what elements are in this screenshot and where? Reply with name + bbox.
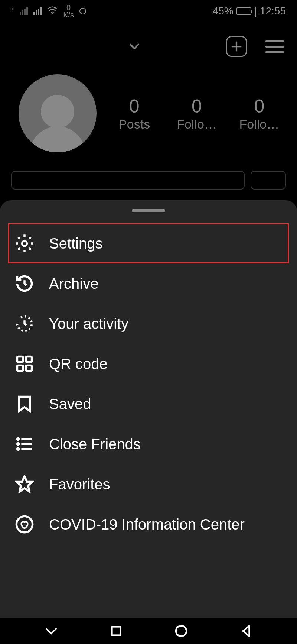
menu-item-archive[interactable]: Archive <box>8 263 289 304</box>
posts-count: 0 <box>111 96 157 117</box>
create-post-button[interactable] <box>226 36 247 57</box>
avatar-placeholder-icon <box>41 95 74 128</box>
svg-rect-2 <box>17 357 23 362</box>
star-icon <box>15 475 34 494</box>
svg-rect-3 <box>26 357 32 362</box>
no-signal-icon: × <box>11 6 14 12</box>
clock-time: 12:55 <box>260 5 286 17</box>
svg-rect-4 <box>17 365 23 371</box>
svg-point-1 <box>22 241 27 246</box>
menu-label: Saved <box>49 396 91 412</box>
posts-label: Posts <box>111 117 157 132</box>
qr-code-icon <box>15 354 34 373</box>
status-bar: × 0 K/s 45% | 12:55 <box>0 0 297 22</box>
edit-profile-button[interactable] <box>11 171 245 190</box>
menu-item-favorites[interactable]: Favorites <box>8 464 289 504</box>
menu-item-close-friends[interactable]: Close Friends <box>8 424 289 464</box>
sheet-drag-handle[interactable] <box>132 209 165 212</box>
followers-label: Follo… <box>174 117 219 132</box>
avatar-placeholder-body <box>30 126 85 152</box>
avatar[interactable] <box>19 74 97 152</box>
menu-label: COVID-19 Information Center <box>49 516 245 533</box>
svg-point-6 <box>16 516 32 532</box>
data-rate-unit: K/s <box>63 11 74 19</box>
edit-profile-row <box>0 164 297 190</box>
profile-header <box>0 30 297 63</box>
nav-recent-button[interactable] <box>109 624 124 638</box>
followers-count: 0 <box>174 96 219 117</box>
menu-label: Close Friends <box>49 436 141 453</box>
circle-indicator-icon <box>79 8 86 14</box>
heart-circle-icon <box>15 515 34 534</box>
menu-item-covid-info[interactable]: COVID-19 Information Center <box>8 504 289 544</box>
hamburger-menu-button[interactable] <box>265 40 284 53</box>
activity-icon <box>15 314 34 333</box>
battery-icon <box>236 7 251 15</box>
username-dropdown[interactable] <box>13 41 208 52</box>
chevron-down-icon <box>129 41 140 52</box>
svg-point-8 <box>176 626 186 636</box>
svg-rect-5 <box>26 365 32 371</box>
wifi-icon <box>47 5 58 17</box>
gear-icon <box>15 234 34 253</box>
status-right: 45% | 12:55 <box>213 5 286 17</box>
menu-item-qr-code[interactable]: QR code <box>8 344 289 384</box>
nav-back-button[interactable] <box>239 624 254 638</box>
menu-label: Your activity <box>49 315 128 332</box>
data-rate: 0 K/s <box>63 4 74 19</box>
signal-bars-1-icon <box>20 7 28 15</box>
menu-label: Settings <box>49 235 103 252</box>
menu-label: Archive <box>49 275 98 292</box>
stats-row: 0 Posts 0 Follo… 0 Follo… <box>111 96 282 132</box>
following-count: 0 <box>236 96 282 117</box>
menu-item-settings[interactable]: Settings <box>8 223 289 263</box>
menu-item-saved[interactable]: Saved <box>8 384 289 424</box>
discover-people-button[interactable] <box>251 171 286 190</box>
archive-icon <box>15 274 34 293</box>
following-label: Follo… <box>236 117 282 132</box>
nav-down-button[interactable] <box>44 624 59 638</box>
divider-icon: | <box>254 5 257 17</box>
battery-percent: 45% <box>213 5 234 17</box>
stat-posts[interactable]: 0 Posts <box>111 96 157 132</box>
stat-followers[interactable]: 0 Follo… <box>174 96 219 132</box>
signal-bars-2-icon <box>33 7 42 15</box>
close-friends-icon <box>15 434 34 454</box>
android-nav-bar <box>0 618 297 644</box>
bookmark-icon <box>15 394 34 414</box>
status-left: × 0 K/s <box>11 4 86 19</box>
data-rate-value: 0 <box>63 4 74 11</box>
nav-home-button[interactable] <box>174 624 189 638</box>
svg-rect-7 <box>112 627 120 635</box>
menu-label: QR code <box>49 356 108 372</box>
bottom-sheet-menu: Settings Archive Your activity QR code S <box>0 200 297 618</box>
menu-item-your-activity[interactable]: Your activity <box>8 304 289 344</box>
menu-label: Favorites <box>49 476 110 493</box>
menu-list: Settings Archive Your activity QR code S <box>0 223 297 544</box>
svg-point-0 <box>52 13 53 14</box>
profile-stats: 0 Posts 0 Follo… 0 Follo… <box>0 63 297 164</box>
stat-following[interactable]: 0 Follo… <box>236 96 282 132</box>
